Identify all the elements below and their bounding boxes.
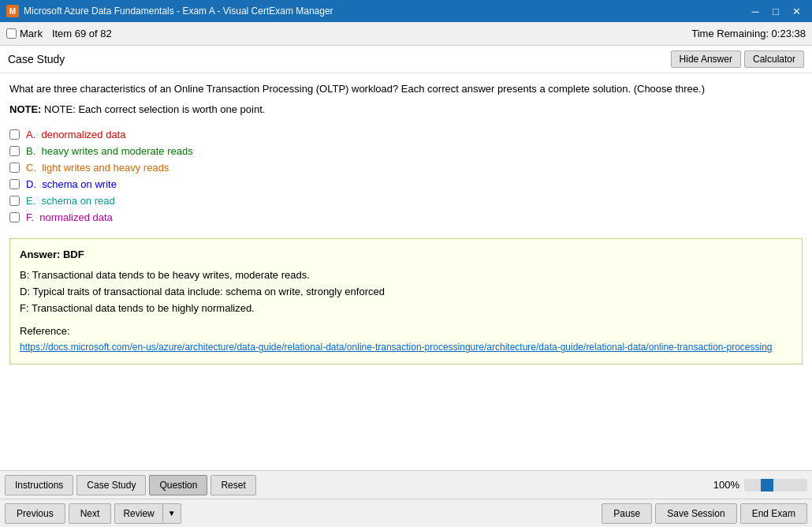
window-controls: ─ □ ✕ <box>746 4 806 18</box>
mark-checkbox[interactable] <box>6 28 17 39</box>
hide-answer-button[interactable]: Hide Answer <box>671 50 741 68</box>
reference-url: https://docs.microsoft.com/en-us/azure/a… <box>20 342 773 353</box>
mark-label[interactable]: Mark <box>20 28 43 39</box>
window-title: Microsoft Azure Data Fundamentals - Exam… <box>24 6 741 17</box>
question-text: What are three characteristics of an Onl… <box>9 81 803 97</box>
option-checkbox-d[interactable] <box>9 179 20 189</box>
option-checkbox-f[interactable] <box>9 212 20 222</box>
option-item-c[interactable]: C. light writes and heavy reads <box>9 159 803 176</box>
note-content: NOTE: Each correct selection is worth on… <box>44 103 265 115</box>
option-checkbox-a[interactable] <box>9 129 20 140</box>
main-content: Case Study Hide Answer Calculator What a… <box>0 46 812 470</box>
next-button[interactable]: Next <box>69 503 112 524</box>
option-label-c: C. light writes and heavy reads <box>26 162 169 174</box>
mark-checkbox-container[interactable]: Mark <box>6 28 43 39</box>
option-label-b: B. heavy writes and moderate reads <box>26 145 193 157</box>
reset-button[interactable]: Reset <box>210 475 255 495</box>
note-label: NOTE: <box>9 103 41 115</box>
question-area: What are three characteristics of an Onl… <box>0 73 812 470</box>
case-study-title: Case Study <box>8 53 65 65</box>
app-icon: M <box>6 5 19 17</box>
close-button[interactable]: ✕ <box>787 4 806 18</box>
nav-right: Pause Save Session End Exam <box>602 503 807 524</box>
option-checkbox-b[interactable] <box>9 146 20 156</box>
nav-bar: Previous Next Review ▼ Pause Save Sessio… <box>0 499 812 527</box>
question-button[interactable]: Question <box>149 475 207 495</box>
options-list: A. denormalized data B. heavy writes and… <box>9 126 803 226</box>
answer-box: Answer: BDF B: Transactional data tends … <box>9 238 803 365</box>
answer-explanation-f: F: Transactional data tends to be highly… <box>20 301 792 317</box>
review-dropdown-button[interactable]: ▼ <box>162 503 181 524</box>
menubar: Mark Item 69 of 82 Time Remaining: 0:23:… <box>0 22 812 46</box>
option-item-f[interactable]: F. normalized data <box>9 209 803 226</box>
case-study-header: Case Study Hide Answer Calculator <box>0 46 812 73</box>
save-session-button[interactable]: Save Session <box>655 503 736 524</box>
maximize-button[interactable]: □ <box>766 4 785 18</box>
review-button[interactable]: Review <box>114 503 162 524</box>
item-info: Item 69 of 82 <box>52 28 112 39</box>
calculator-button[interactable]: Calculator <box>744 50 804 68</box>
option-label-d: D. schema on write <box>26 178 117 190</box>
answer-reference: Reference: https://docs.microsoft.com/en… <box>20 323 792 357</box>
pause-button[interactable]: Pause <box>602 503 652 524</box>
zoom-percent: 100% <box>713 479 739 491</box>
option-item-d[interactable]: D. schema on write <box>9 176 803 192</box>
review-group: Review ▼ <box>114 503 181 524</box>
option-label-a: A. denormalized data <box>26 129 125 140</box>
option-checkbox-c[interactable] <box>9 163 20 173</box>
zoom-slider[interactable] <box>744 479 807 491</box>
option-label-f: F. normalized data <box>26 211 113 223</box>
zoom-area: 100% <box>713 479 807 491</box>
bottom-toolbar: Instructions Case Study Question Reset 1… <box>0 470 812 499</box>
answer-title: Answer: BDF <box>20 247 792 264</box>
option-item-e[interactable]: E. schema on read <box>9 192 803 209</box>
header-buttons: Hide Answer Calculator <box>671 50 804 68</box>
note-text: NOTE: NOTE: Each correct selection is wo… <box>9 103 803 115</box>
option-checkbox-e[interactable] <box>9 196 20 206</box>
option-label-e: E. schema on read <box>26 195 115 207</box>
titlebar: M Microsoft Azure Data Fundamentals - Ex… <box>0 0 812 22</box>
case-study-button[interactable]: Case Study <box>76 475 146 495</box>
option-item-a[interactable]: A. denormalized data <box>9 126 803 143</box>
answer-explanation-b: B: Transactional data tends to be heavy … <box>20 267 792 284</box>
minimize-button[interactable]: ─ <box>746 4 765 18</box>
answer-explanation-d: D: Typical traits of transactional data … <box>20 284 792 301</box>
option-item-b[interactable]: B. heavy writes and moderate reads <box>9 143 803 159</box>
end-exam-button[interactable]: End Exam <box>740 503 807 524</box>
instructions-button[interactable]: Instructions <box>5 475 73 495</box>
previous-button[interactable]: Previous <box>5 503 65 524</box>
time-remaining: Time Remaining: 0:23:38 <box>691 28 806 39</box>
reference-label: Reference: <box>20 325 70 337</box>
